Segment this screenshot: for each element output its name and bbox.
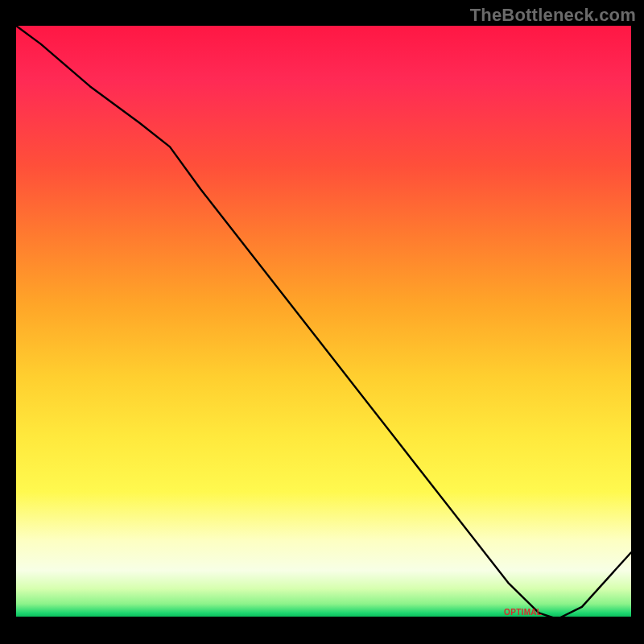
series-label: OPTIMAL bbox=[504, 608, 542, 617]
plot-gradient-area bbox=[16, 26, 631, 631]
plot-outer: OPTIMAL bbox=[16, 26, 631, 631]
watermark-text: TheBottleneck.com bbox=[470, 5, 636, 26]
chart-frame: TheBottleneck.com OPTIMAL bbox=[0, 0, 644, 644]
